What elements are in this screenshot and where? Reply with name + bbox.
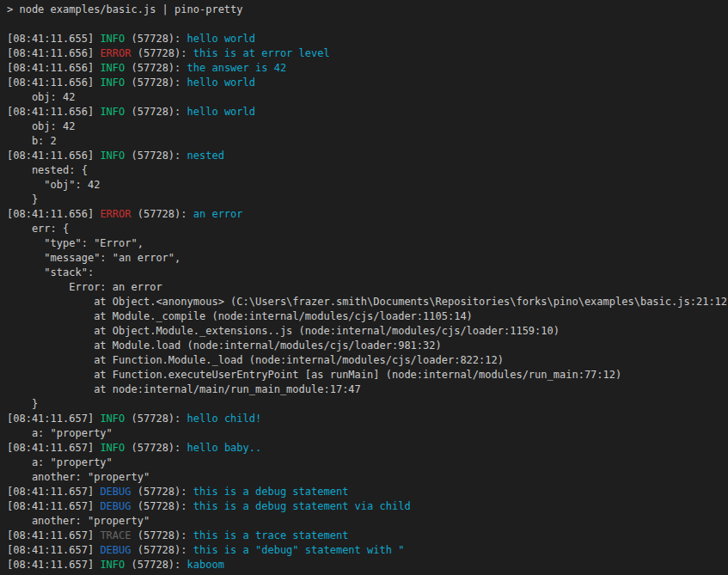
log-message: kaboom: [187, 559, 224, 571]
stack-trace-line: Error: an error: [7, 280, 728, 295]
timestamp: [08:41:11.656]: [7, 150, 100, 162]
pid: (57728):: [125, 106, 187, 118]
log-message: this is a debug statement via child: [193, 500, 411, 512]
terminal-output: > node examples/basic.js | pino-pretty […: [7, 3, 728, 572]
log-property-line: obj: 42: [7, 119, 728, 134]
log-property: a: "property": [7, 427, 113, 439]
log-property-line: obj: 42: [7, 90, 728, 105]
log-line: [08:41:11.656] INFO (57728): the answer …: [7, 61, 728, 76]
log-message: this is a "debug" statement with ": [193, 544, 405, 556]
log-level: INFO: [100, 150, 125, 162]
timestamp: [08:41:11.657]: [7, 413, 100, 425]
log-line: [08:41:11.657] INFO (57728): kaboom: [7, 558, 728, 572]
log-property-line: b: 2: [7, 134, 728, 149]
blank-line: [7, 17, 728, 32]
log-line: [08:41:11.657] INFO (57728): hello child…: [7, 412, 728, 426]
pid: (57728):: [132, 500, 193, 512]
log-level: INFO: [100, 442, 125, 454]
log-property-line: }: [7, 397, 728, 412]
pid: (57728):: [125, 150, 187, 162]
log-message: hello world: [187, 106, 255, 118]
log-level: TRACE: [100, 529, 131, 541]
log-level: DEBUG: [100, 500, 131, 512]
pid: (57728):: [132, 47, 193, 59]
stack-trace-line: at Object.<anonymous> (C:\Users\frazer.s…: [7, 295, 728, 309]
log-level: INFO: [100, 106, 125, 118]
log-property: b: 2: [7, 135, 57, 147]
pid: (57728):: [125, 413, 187, 425]
log-property-line: "message": "an error",: [7, 251, 728, 266]
log-message: hello child!: [187, 413, 262, 425]
log-property: nested: {: [7, 164, 88, 176]
stack-text: at Module.load (node:internal/modules/cj…: [7, 339, 442, 352]
pid: (57728):: [125, 559, 187, 571]
timestamp: [08:41:11.657]: [7, 529, 100, 541]
log-level: INFO: [100, 62, 125, 74]
log-level: INFO: [100, 33, 125, 45]
stack-text: at Object.Module._extensions..js (node:i…: [7, 325, 560, 337]
log-level: INFO: [100, 76, 125, 89]
log-line: [08:41:11.656] INFO (57728): hello world: [7, 76, 728, 90]
log-property: "type": "Error",: [7, 237, 144, 249]
log-property-line: another: "property": [7, 514, 728, 529]
log-line: [08:41:11.656] INFO (57728): hello world: [7, 105, 728, 119]
stack-trace-line: at Function.Module._load (node:internal/…: [7, 353, 728, 368]
pid: (57728):: [125, 33, 187, 45]
stack-text: Error: an error: [7, 281, 162, 293]
timestamp: [08:41:11.656]: [7, 106, 100, 118]
timestamp: [08:41:11.656]: [7, 47, 100, 59]
log-message: this is a trace statement: [193, 529, 349, 541]
stack-text: at Object.<anonymous> (C:\Users\frazer.s…: [7, 296, 728, 308]
log-message: hello world: [187, 76, 255, 89]
log-property: a: "property": [7, 456, 113, 468]
log-property-line: a: "property": [7, 456, 728, 470]
log-message: hello world: [187, 33, 255, 45]
log-property-line: err: {: [7, 222, 728, 236]
stack-trace-line: at Function.executeUserEntryPoint [as ru…: [7, 368, 728, 382]
log-line: [08:41:11.656] INFO (57728): nested: [7, 149, 728, 163]
stack-text: at Function.executeUserEntryPoint [as ru…: [7, 369, 621, 381]
log-property-line: a: "property": [7, 426, 728, 441]
log-message: this is at error level: [193, 47, 330, 59]
timestamp: [08:41:11.657]: [7, 544, 100, 556]
timestamp: [08:41:11.656]: [7, 76, 100, 89]
timestamp: [08:41:11.657]: [7, 500, 100, 512]
log-line: [08:41:11.657] DEBUG (57728): this is a …: [7, 543, 728, 558]
log-message: hello baby..: [187, 442, 262, 454]
log-line: [08:41:11.657] DEBUG (57728): this is a …: [7, 499, 728, 514]
log-property: another: "property": [7, 471, 150, 483]
log-property-line: nested: {: [7, 163, 728, 178]
timestamp: [08:41:11.657]: [7, 442, 100, 454]
log-property-line: another: "property": [7, 470, 728, 485]
log-property: obj: 42: [7, 91, 75, 103]
stack-text: at Module._compile (node:internal/module…: [7, 310, 473, 322]
log-property-line: "obj": 42: [7, 178, 728, 193]
pid: (57728):: [132, 486, 193, 498]
stack-text: at Function.Module._load (node:internal/…: [7, 354, 504, 366]
log-property: obj: 42: [7, 120, 75, 132]
stack-trace-line: at Object.Module._extensions..js (node:i…: [7, 324, 728, 339]
log-property-line: "stack":: [7, 266, 728, 280]
stack-text: at node:internal/main/run_main_module:17…: [7, 383, 361, 395]
log-message: nested: [187, 150, 224, 162]
log-line: [08:41:11.656] ERROR (57728): this is at…: [7, 46, 728, 61]
log-property: "message": "an error",: [7, 252, 180, 264]
timestamp: [08:41:11.657]: [7, 559, 100, 571]
stack-trace-line: at node:internal/main/run_main_module:17…: [7, 382, 728, 397]
terminal: > node examples/basic.js | pino-pretty […: [0, 0, 728, 575]
log-line: [08:41:11.657] DEBUG (57728): this is a …: [7, 485, 728, 499]
timestamp: [08:41:11.656]: [7, 62, 100, 74]
pid: (57728):: [132, 208, 193, 220]
log-level: ERROR: [100, 208, 131, 220]
timestamp: [08:41:11.655]: [7, 33, 100, 45]
log-property: }: [7, 193, 38, 205]
log-line: [08:41:11.655] INFO (57728): hello world: [7, 32, 728, 46]
timestamp: [08:41:11.657]: [7, 486, 100, 498]
pid: (57728):: [132, 529, 193, 541]
pid: (57728):: [125, 76, 187, 89]
log-level: DEBUG: [100, 486, 131, 498]
log-line: [08:41:11.657] INFO (57728): hello baby.…: [7, 441, 728, 456]
stack-trace-line: at Module.load (node:internal/modules/cj…: [7, 339, 728, 353]
log-property-line: }: [7, 193, 728, 207]
log-line: [08:41:11.656] ERROR (57728): an error: [7, 207, 728, 222]
